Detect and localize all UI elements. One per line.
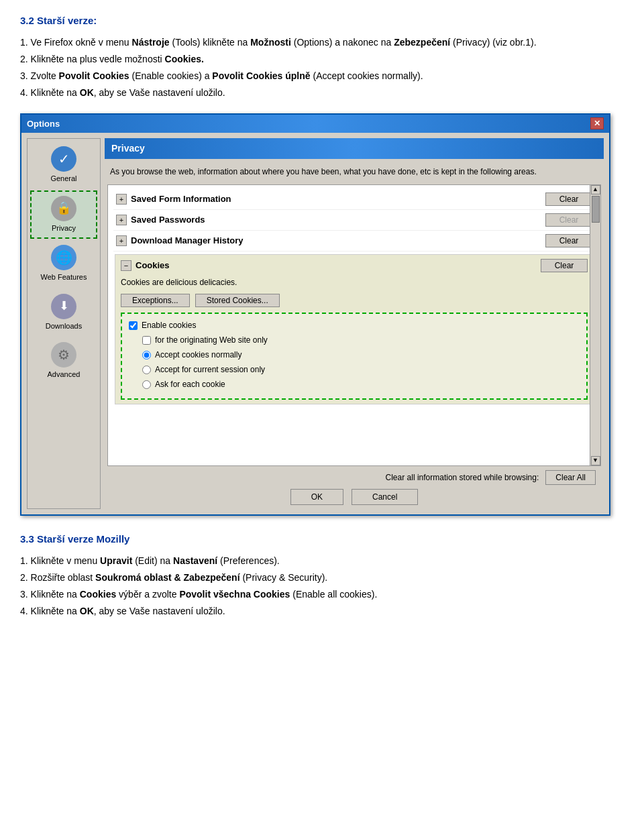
download-history-clear-button[interactable]: Clear	[545, 234, 592, 247]
cookies-label: Cookies	[136, 259, 541, 272]
options-dialog-wrapper: Options ✕ ✓ General 🔒 Privacy 🌐	[20, 113, 624, 516]
sidebar-item-advanced[interactable]: ⚙ Advanced	[30, 337, 97, 385]
advanced-icon: ⚙	[51, 342, 76, 368]
sidebar-item-downloads[interactable]: ⬇ Downloads	[30, 289, 97, 337]
originating-label: for the originating Web site only	[155, 334, 268, 346]
saved-form-clear-button[interactable]: Clear	[545, 192, 592, 206]
list-num: 1.	[20, 555, 31, 566]
general-icon: ✓	[51, 146, 76, 172]
section-33-heading: 3.3 Starší verze Mozilly	[20, 532, 624, 547]
list-text: Rozšiřte oblast Soukromá oblast & Zabezp…	[31, 572, 328, 583]
cookies-buttons: Exceptions... Stored Cookies...	[121, 294, 588, 307]
sidebar-item-general[interactable]: ✓ General	[30, 142, 97, 189]
cookies-clear-button[interactable]: Clear	[541, 259, 588, 272]
ask-each-row: Ask for each cookie	[142, 378, 580, 390]
saved-form-row: + Saved Form Information Clear	[113, 189, 595, 210]
saved-form-label: Saved Form Information	[131, 192, 545, 206]
dialog-titlebar: Options ✕	[21, 115, 609, 133]
section-32-heading: 3.2 Starší verze:	[20, 13, 624, 29]
scroll-content: + Saved Form Information Clear + Saved P…	[108, 185, 600, 411]
sidebar-label-privacy: Privacy	[52, 223, 76, 234]
list-item: 2. Klikněte na plus vedle možnosti Cooki…	[20, 52, 624, 66]
cookies-section: − Cookies Clear Cookies are delicious de…	[115, 254, 594, 404]
scroll-thumb[interactable]	[592, 196, 600, 223]
accept-session-radio[interactable]	[142, 366, 151, 374]
list-text: Ve Firefox okně v menu Nástroje (Tools) …	[31, 37, 537, 48]
webfeatures-icon: 🌐	[51, 245, 76, 270]
list-item: 3. Zvolte Povolit Cookies (Enable cookie…	[20, 69, 624, 83]
accept-normally-label: Accept cookies normally	[155, 349, 241, 361]
dialog-title: Options	[27, 117, 60, 131]
privacy-scroll-area: + Saved Form Information Clear + Saved P…	[107, 184, 601, 466]
clear-all-row: Clear all information stored while brows…	[113, 470, 596, 485]
list-num: 2.	[20, 572, 31, 583]
sidebar-label-webfeatures: Web Features	[41, 272, 87, 283]
dialog-bottom: Clear all information stored while brows…	[105, 466, 604, 509]
dialog-sidebar: ✓ General 🔒 Privacy 🌐 Web Features ⬇ Dow…	[27, 138, 101, 509]
accept-normally-row: Accept cookies normally	[142, 349, 580, 361]
list-num: 4.	[20, 606, 31, 616]
enable-cookies-label: Enable cookies	[142, 319, 196, 331]
list-text: Klikněte na Cookies výběr a zvolte Povol…	[31, 589, 378, 600]
enable-cookies-checkbox[interactable]	[129, 321, 138, 330]
list-num: 3.	[20, 589, 31, 600]
list-num: 3.	[20, 70, 31, 81]
download-history-label: Download Manager History	[131, 234, 545, 247]
cookies-header-row: − Cookies Clear	[121, 259, 588, 272]
scroll-up-arrow[interactable]: ▲	[591, 185, 600, 194]
cookies-description: Cookies are delicious delicacies.	[121, 276, 588, 288]
enable-cookies-row: Enable cookies	[129, 319, 580, 331]
accept-session-row: Accept for current session only	[142, 364, 580, 376]
close-button[interactable]: ✕	[590, 117, 604, 129]
privacy-header: Privacy	[105, 138, 604, 159]
saved-passwords-expander[interactable]: +	[116, 215, 127, 225]
list-text: Klikněte v menu Upravit (Edit) na Nastav…	[31, 555, 280, 566]
sidebar-label-advanced: Advanced	[48, 369, 80, 380]
dialog-body: ✓ General 🔒 Privacy 🌐 Web Features ⬇ Dow…	[21, 133, 609, 514]
download-history-row: + Download Manager History Clear	[113, 231, 595, 252]
clear-all-button[interactable]: Clear All	[545, 470, 596, 485]
ok-button[interactable]: OK	[290, 489, 343, 505]
list-text: Zvolte Povolit Cookies (Enable cookies) …	[31, 70, 423, 81]
dialog-content: Privacy As you browse the web, informati…	[105, 138, 604, 509]
saved-passwords-label: Saved Passwords	[131, 213, 545, 227]
sidebar-label-downloads: Downloads	[46, 321, 82, 332]
list-text: Klikněte na OK, aby se Vaše nastavení ul…	[31, 606, 225, 616]
list-num: 1.	[20, 37, 31, 48]
list-num: 2.	[20, 54, 31, 64]
accept-normally-radio[interactable]	[142, 351, 151, 359]
list-text: Klikněte na plus vedle možnosti Cookies.	[31, 54, 204, 64]
list-text: Klikněte na OK, aby se Vaše nastavení ul…	[31, 87, 225, 98]
list-item: 3. Klikněte na Cookies výběr a zvolte Po…	[20, 588, 624, 602]
download-history-expander[interactable]: +	[116, 235, 127, 246]
list-item: 1. Ve Firefox okně v menu Nástroje (Tool…	[20, 36, 624, 50]
cookies-options: Enable cookies for the originating Web s…	[121, 313, 588, 400]
privacy-description: As you browse the web, information about…	[105, 163, 604, 180]
ok-cancel-row: OK Cancel	[113, 489, 596, 505]
cookies-expander[interactable]: −	[121, 260, 131, 271]
saved-form-expander[interactable]: +	[116, 194, 127, 205]
ask-each-radio[interactable]	[142, 380, 151, 389]
downloads-icon: ⬇	[51, 294, 76, 319]
list-num: 4.	[20, 87, 31, 98]
list-item: 4. Klikněte na OK, aby se Vaše nastavení…	[20, 86, 624, 100]
cancel-button[interactable]: Cancel	[352, 489, 418, 505]
saved-passwords-row: + Saved Passwords Clear	[113, 210, 595, 231]
sidebar-item-privacy[interactable]: 🔒 Privacy	[30, 190, 97, 239]
exceptions-button[interactable]: Exceptions...	[121, 294, 190, 307]
sidebar-label-general: General	[50, 173, 76, 184]
scrollbar[interactable]: ▲ ▼	[590, 185, 600, 465]
clear-all-label: Clear all information stored while brows…	[386, 471, 539, 484]
list-item: 2. Rozšiřte oblast Soukromá oblast & Zab…	[20, 571, 624, 585]
options-dialog: Options ✕ ✓ General 🔒 Privacy 🌐	[20, 113, 610, 516]
originating-checkbox[interactable]	[142, 336, 151, 345]
accept-session-label: Accept for current session only	[155, 364, 265, 376]
saved-passwords-clear-button[interactable]: Clear	[545, 213, 592, 227]
list-item: 4. Klikněte na OK, aby se Vaše nastavení…	[20, 604, 624, 618]
sidebar-item-webfeatures[interactable]: 🌐 Web Features	[30, 240, 97, 288]
scroll-down-arrow[interactable]: ▼	[591, 456, 600, 465]
list-item: 1. Klikněte v menu Upravit (Edit) na Nas…	[20, 554, 624, 568]
ask-each-label: Ask for each cookie	[155, 378, 225, 390]
stored-cookies-button[interactable]: Stored Cookies...	[195, 294, 280, 307]
privacy-icon: 🔒	[51, 196, 76, 221]
